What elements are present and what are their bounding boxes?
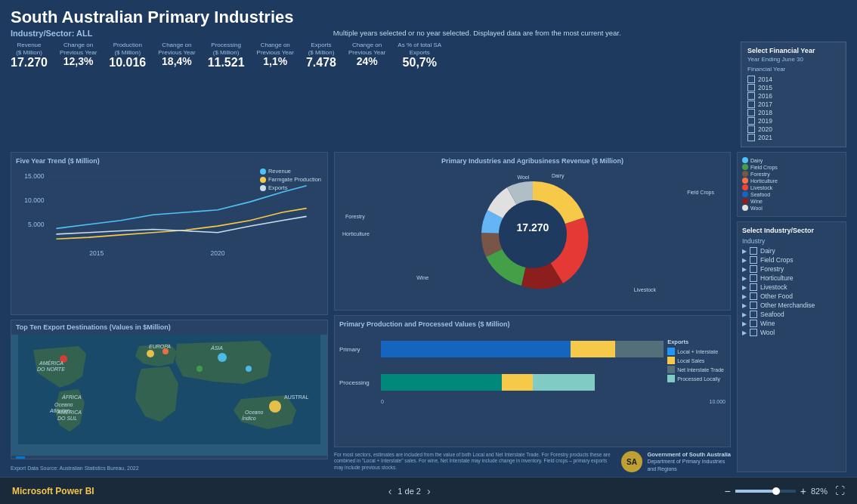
industry-item-forestry[interactable]: ▶ Forestry — [742, 265, 841, 273]
industry-item-horticulture[interactable]: ▶ Horticulture — [742, 274, 841, 282]
industry-item-otherfood[interactable]: ▶ Other Food — [742, 292, 841, 300]
zoom-plus-button[interactable]: + — [800, 485, 806, 497]
fullscreen-icon[interactable]: ⛶ — [835, 485, 845, 496]
industry-checkbox-othermerchandise[interactable] — [750, 301, 757, 309]
svg-point-16 — [246, 366, 252, 372]
svg-text:AMÉRICA: AMÉRICA — [39, 360, 63, 366]
kpi-processing-change-label: Change onPrevious Year — [257, 42, 294, 56]
primary-net-interstate-bar — [615, 341, 664, 357]
svg-text:DO NORTE: DO NORTE — [37, 366, 65, 372]
industry-checkbox-horticulture[interactable] — [750, 274, 757, 282]
legend-exports: Exports — [260, 184, 321, 191]
zoom-minus-button[interactable]: − — [725, 485, 731, 497]
donut-chart-title: Primary Industries and Agribusiness Reve… — [339, 157, 726, 165]
fy-label-2014: 2014 — [758, 76, 772, 83]
industry-checkbox-wool[interactable] — [750, 329, 757, 336]
industry-checkbox-wine[interactable] — [750, 320, 757, 327]
map-legend-text-fieldcrops: Field Crops — [750, 165, 778, 170]
bar-chart-section: Primary Production and Processed Values … — [334, 315, 731, 447]
industry-checkbox-otherfood[interactable] — [750, 292, 757, 300]
industry-item-wine[interactable]: ▶ Wine — [742, 320, 841, 327]
industry-checkbox-livestock[interactable] — [750, 283, 757, 291]
fy-item-2016[interactable]: 2016 — [747, 92, 840, 100]
industry-item-dairy[interactable]: ▶ Dairy — [742, 247, 841, 255]
legend-processed-locally: Processed Locally — [667, 375, 724, 382]
footnote-area: For most sectors, estimates are included… — [334, 450, 615, 472]
fy-checkbox-2016[interactable] — [747, 92, 755, 100]
fy-checkbox-2015[interactable] — [747, 84, 755, 91]
industry-item-wool[interactable]: ▶ Wool — [742, 329, 841, 336]
fy-item-2015[interactable]: 2015 — [747, 84, 840, 91]
map-copyright: © 2023 TomTom, © 2023 Microsoft Corporat… — [174, 459, 323, 459]
svg-point-13 — [196, 366, 203, 372]
map-legend-dot-wool — [742, 205, 748, 211]
prev-page-button[interactable]: ‹ — [388, 485, 392, 497]
right-panel: Dairy Field Crops Forestry Horticulture — [737, 152, 846, 472]
main-content: South Australian Primary Industries Indu… — [0, 0, 857, 477]
industry-item-livestock[interactable]: ▶ Livestock — [742, 283, 841, 291]
fy-item-2020[interactable]: 2020 — [747, 125, 840, 133]
zoom-slider-thumb[interactable] — [772, 487, 780, 495]
content-grid: Five Year Trend ($ Million) 15.000 10.00… — [11, 152, 846, 472]
fy-checkbox-2020[interactable] — [747, 125, 755, 133]
zoom-slider[interactable] — [735, 490, 796, 493]
fy-checkbox-2017[interactable] — [747, 100, 755, 108]
kpi-exports-change: Change onPrevious Year 24% — [348, 42, 385, 68]
map-legend-text-seafood: Seafood — [750, 192, 770, 197]
industry-arrow-livestock: ▶ — [742, 284, 747, 291]
pie-label-wine: Wine — [416, 275, 428, 280]
processing-local-interstate-bar — [381, 374, 502, 391]
map-legend-text-dairy: Dairy — [750, 158, 763, 163]
legend-color-processed-locally — [667, 375, 675, 382]
govt-dept: Department of Primary Industriesand Regi… — [647, 458, 731, 472]
industry-label-seafood: Seafood — [760, 311, 784, 318]
map-legend-dot-dairy — [742, 157, 748, 163]
industry-checkbox-seafood[interactable] — [750, 311, 757, 318]
kpi-revenue-label: Revenue($ Million) — [11, 42, 48, 56]
svg-text:ÁSIA: ÁSIA — [210, 345, 223, 351]
next-page-button[interactable]: › — [427, 485, 431, 497]
bing-icon: b — [16, 456, 25, 459]
fy-item-2014[interactable]: 2014 — [747, 76, 840, 83]
fy-item-2017[interactable]: 2017 — [747, 100, 840, 108]
kpi-revenue: Revenue($ Million) 17.270 — [11, 42, 48, 70]
powerbi-link[interactable]: Microsoft Power BI — [12, 486, 94, 496]
pagination-text: 1 de 2 — [398, 487, 421, 496]
industry-label-dairy: Dairy — [760, 247, 775, 255]
map-section: Top Ten Export Destinations (Values in $… — [11, 320, 328, 459]
industry-item-othermerchandise[interactable]: ▶ Other Merchandise — [742, 301, 841, 309]
svg-point-12 — [218, 353, 227, 362]
trend-legend: Revenue Farmgate Production Exports — [260, 168, 321, 191]
fy-checkbox-2019[interactable] — [747, 117, 755, 125]
svg-text:EUROPA: EUROPA — [149, 344, 171, 349]
industry-item-seafood[interactable]: ▶ Seafood — [742, 311, 841, 318]
svg-text:2020: 2020 — [211, 249, 225, 257]
industry-label-wool: Wool — [760, 329, 775, 336]
primary-bar-label: Primary — [339, 346, 381, 353]
fy-checkbox-2014[interactable] — [747, 76, 755, 83]
svg-text:SA: SA — [627, 458, 637, 466]
kpi-processing-change-value: 1,1% — [257, 56, 294, 67]
svg-point-29 — [499, 200, 567, 268]
industry-checkbox-dairy[interactable] — [750, 247, 757, 255]
kpi-exports: Exports($ Million) 7.478 — [306, 42, 336, 70]
fy-item-2021[interactable]: 2021 — [747, 134, 840, 141]
govt-logo: SA Government of South Australia Departm… — [621, 451, 731, 472]
industry-checkbox-fieldcrops[interactable] — [750, 256, 757, 264]
industry-item-fieldcrops[interactable]: ▶ Field Crops — [742, 256, 841, 264]
industry-arrow-wine: ▶ — [742, 320, 747, 327]
pie-label-horticulture: Horticulture — [342, 231, 370, 237]
fy-item-2018[interactable]: 2018 — [747, 109, 840, 116]
bar-x-label-10000: 10.000 — [710, 399, 726, 404]
kpi-production-label: Production($ Million) — [109, 42, 146, 56]
svg-text:17.270: 17.270 — [516, 221, 549, 233]
map-legend-text-wine: Wine — [750, 199, 763, 204]
industry-checkbox-forestry[interactable] — [750, 265, 757, 273]
svg-text:2015: 2015 — [89, 249, 104, 257]
notice-bar: Multiple years selected or no year selec… — [107, 29, 846, 37]
financial-year-panel: Select Financial Year Year Ending June 3… — [741, 42, 846, 147]
fy-checkbox-2018[interactable] — [747, 109, 755, 116]
fy-checkbox-2021[interactable] — [747, 134, 755, 141]
fy-item-2019[interactable]: 2019 — [747, 117, 840, 125]
map-legend-dot-seafood — [742, 191, 748, 197]
